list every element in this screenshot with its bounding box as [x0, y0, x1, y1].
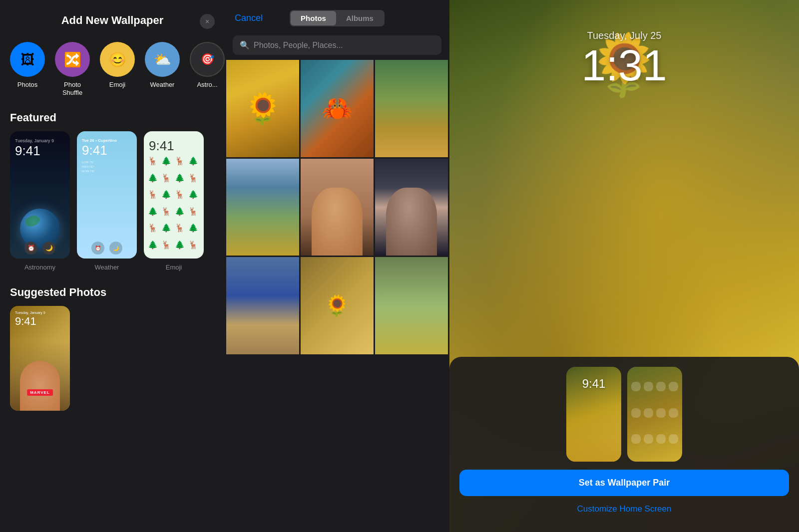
search-icon: 🔍 [240, 40, 250, 50]
app-icon-7 [656, 408, 666, 418]
emoji-grid: 🦌🌲🦌🌲 🌲🦌🌲🦌 🦌🌲🦌🌲 🌲🦌🌲🦌 🦌🌲🦌🌲 🌲🦌🌲🦌 [144, 131, 204, 259]
phone-homescreen-mock [627, 367, 682, 462]
weather-time: 9:41 [82, 143, 107, 158]
photo-landscape [226, 159, 299, 256]
photos-icon: 🖼 [10, 42, 45, 77]
featured-section-header: Featured [0, 106, 225, 131]
marvel-badge: MARVEL [27, 389, 53, 396]
photos-label: Photos [17, 81, 37, 89]
photo-crowd [226, 257, 299, 354]
phone-pair-preview: 9:41 [566, 367, 682, 462]
type-emoji[interactable]: 😊 Emoji [95, 42, 140, 96]
phone-lockscreen-mock: 9:41 [566, 367, 621, 462]
action-panel: 9:41 [449, 357, 799, 532]
photo-date: Tuesday, January 9 [15, 311, 45, 314]
weather-preview: Tue 26 • Cupertino 9:41 LOW 75°HIGH 82°N… [77, 131, 137, 259]
app-icon-6 [644, 408, 653, 418]
astronomy-icon: 🎯 [190, 42, 225, 77]
photo-cell-extra2[interactable] [375, 257, 448, 354]
lock-screen-date: Tuesday, July 25 [587, 30, 662, 41]
app-icon-12 [669, 434, 678, 444]
photo-portrait-woman [301, 159, 374, 256]
phone-lock-time: 9:41 [582, 377, 606, 391]
app-icon-9 [631, 434, 641, 444]
suggested-photo-1[interactable]: Tuesday, January 9 9:41 MARVEL [10, 306, 70, 411]
app-icon-10 [644, 434, 653, 444]
app-icon-5 [631, 408, 641, 418]
type-photo-shuffle[interactable]: 🔀 PhotoShuffle [50, 42, 95, 96]
featured-emoji[interactable]: 9:41 🦌🌲🦌🌲 🌲🦌🌲🦌 🦌🌲🦌🌲 🌲🦌🌲🦌 🦌🌲🦌🌲 🌲🦌🌲🦌 Emoji [144, 131, 204, 271]
photo-extra1: 🌻 [301, 257, 374, 354]
wallpaper-types-row: 🖼 Photos 🔀 PhotoShuffle 😊 Emoji ⛅ Weathe… [0, 37, 225, 106]
panel1-title: Add New Wallpaper [61, 14, 164, 27]
type-photos[interactable]: 🖼 Photos [5, 42, 50, 96]
photo-crab: 🦀 [301, 60, 374, 157]
astro-date: Tuesday, January 9 [15, 138, 54, 143]
picker-header: Cancel Photos Albums [225, 0, 449, 31]
emoji-preview: 9:41 🦌🌲🦌🌲 🌲🦌🌲🦌 🦌🌲🦌🌲 🌲🦌🌲🦌 🦌🌲🦌🌲 🌲🦌🌲🦌 [144, 131, 204, 259]
lock-screen-info: Tuesday, July 25 1:31 [449, 30, 799, 87]
photo-cell-portrait-woman[interactable] [301, 159, 374, 256]
photo-shuffle-icon: 🔀 [55, 42, 90, 77]
app-icon-4 [669, 382, 678, 391]
photo-shuffle-label: PhotoShuffle [62, 81, 82, 96]
photo-wheat [375, 60, 448, 157]
set-wallpaper-button[interactable]: Set as Wallpaper Pair [459, 470, 789, 496]
emoji-label: Emoji [109, 81, 126, 89]
photo-cell-wheat[interactable] [375, 60, 448, 157]
astro-time: 9:41 [15, 143, 40, 159]
tab-photos[interactable]: Photos [291, 11, 336, 25]
photos-picker-panel: Cancel Photos Albums 🔍 Photos, People, P… [225, 0, 449, 532]
lock-screen-time: 1:31 [581, 43, 667, 87]
weather-icon: ⛅ [145, 42, 180, 77]
weather-stats: LOW 75°HIGH 82°NOW 78° [82, 160, 95, 174]
close-button[interactable]: × [200, 14, 215, 29]
astronomy-preview: Tuesday, January 9 9:41 ⏰ 🌙 [10, 131, 70, 259]
featured-weather[interactable]: Tue 26 • Cupertino 9:41 LOW 75°HIGH 82°N… [77, 131, 137, 271]
emoji-featured-label: Emoji [166, 264, 182, 271]
photos-grid: 🌻 🦀 🌻 [225, 60, 449, 532]
cancel-button[interactable]: Cancel [235, 13, 263, 23]
search-placeholder: Photos, People, Places... [254, 41, 343, 50]
photo-time: 9:41 [15, 315, 36, 328]
suggested-section-header: Suggested Photos [0, 281, 225, 306]
type-astronomy[interactable]: 🎯 Astro... [185, 42, 225, 96]
astronomy-type-label: Astro... [197, 81, 217, 89]
app-icon-11 [656, 434, 666, 444]
featured-astronomy[interactable]: Tuesday, January 9 9:41 ⏰ 🌙 Astronomy [10, 131, 70, 271]
photo-sunflowers: 🌻 [226, 60, 299, 157]
photo-cell-crowd[interactable] [226, 257, 299, 354]
photo-cell-sunflowers[interactable]: 🌻 [226, 60, 299, 157]
panel1-header: Add New Wallpaper × [0, 0, 225, 37]
photo-extra2 [375, 257, 448, 354]
photo-cell-extra1[interactable]: 🌻 [301, 257, 374, 354]
search-bar[interactable]: 🔍 Photos, People, Places... [233, 35, 441, 55]
app-icon-1 [631, 382, 641, 391]
weather-label: Weather [150, 81, 175, 89]
photo-woman-dark [375, 159, 448, 256]
photo-cell-crab[interactable]: 🦀 [301, 60, 374, 157]
close-icon: × [205, 17, 209, 25]
emoji-icon: 😊 [100, 42, 135, 77]
type-weather[interactable]: ⛅ Weather [140, 42, 185, 96]
photo-cell-woman-dark[interactable] [375, 159, 448, 256]
weather-city: Tue 26 • Cupertino [82, 138, 117, 143]
suggested-photo-bg: Tuesday, January 9 9:41 MARVEL [10, 306, 70, 411]
wallpaper-preview-panel: 🌻 Tuesday, July 25 1:31 9:41 [449, 0, 799, 532]
weather-featured-label: Weather [95, 264, 119, 271]
featured-row: Tuesday, January 9 9:41 ⏰ 🌙 Astronomy Tu… [0, 131, 225, 281]
app-icon-2 [644, 382, 653, 391]
add-wallpaper-panel: Add New Wallpaper × 🖼 Photos 🔀 PhotoShuf… [0, 0, 225, 532]
picker-tabs: Photos Albums [290, 10, 385, 26]
photo-person-face [20, 361, 60, 411]
astronomy-featured-label: Astronomy [24, 264, 55, 271]
app-icon-8 [669, 408, 678, 418]
phone-app-grid [627, 367, 682, 462]
customize-home-screen-link[interactable]: Customize Home Screen [577, 504, 672, 514]
tab-albums[interactable]: Albums [336, 11, 384, 25]
app-icon-3 [656, 382, 666, 391]
photo-cell-landscape[interactable] [226, 159, 299, 256]
